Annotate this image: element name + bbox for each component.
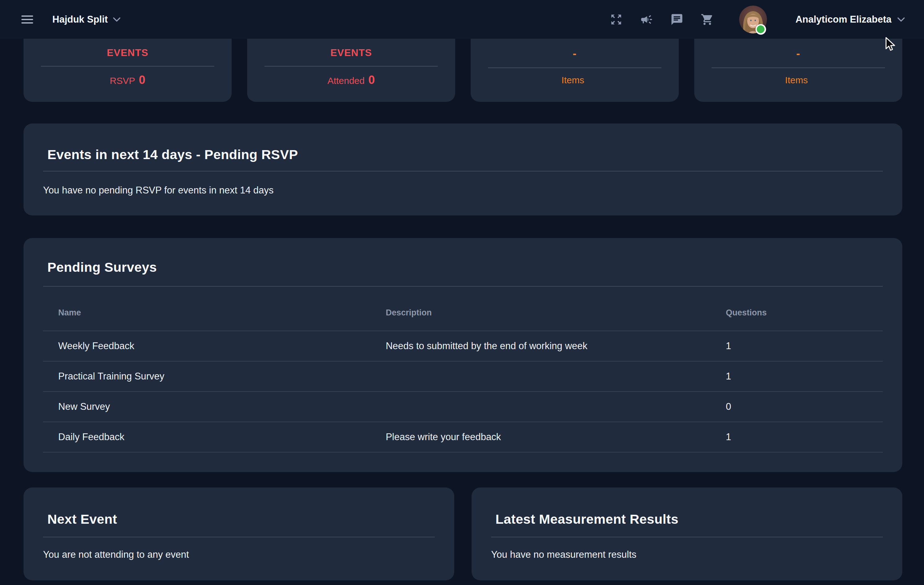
top-bar: Hajduk Split xyxy=(0,0,924,39)
pending-rsvp-card: Events in next 14 days - Pending RSVP Yo… xyxy=(23,124,903,216)
table-row[interactable]: Daily Feedback Please write your feedbac… xyxy=(43,422,883,452)
online-status-badge xyxy=(756,24,766,35)
bottom-cards-row: Next Event You are not attending to any … xyxy=(23,488,903,580)
dashboard: EVENTS RSVP 0 EVENTS Attended 0 - Items xyxy=(0,39,924,580)
user-menu[interactable]: Analyticom Elizabeta xyxy=(795,14,905,25)
next-event-empty-message: You are not attending to any event xyxy=(43,549,435,560)
column-header-description: Description xyxy=(371,287,711,331)
survey-questions: 1 xyxy=(711,422,883,452)
table-row[interactable]: New Survey 0 xyxy=(43,392,883,422)
stat-card-metric-value: 0 xyxy=(368,73,375,87)
next-event-title: Next Event xyxy=(47,488,435,527)
stat-card-events-attended[interactable]: EVENTS Attended 0 xyxy=(247,39,455,102)
stat-card-title: - xyxy=(711,47,885,60)
pending-surveys-table: Name Description Questions Weekly Feedba… xyxy=(43,287,883,453)
stat-card-metric-label: RSVP xyxy=(110,76,135,86)
survey-description: Please write your feedback xyxy=(371,422,711,452)
stat-card-metric-value: 0 xyxy=(139,73,145,87)
team-selector[interactable]: Hajduk Split xyxy=(52,14,121,25)
survey-description xyxy=(371,392,711,422)
stat-card-title: EVENTS xyxy=(264,47,438,58)
divider xyxy=(43,537,435,537)
pending-rsvp-title: Events in next 14 days - Pending RSVP xyxy=(47,124,883,162)
table-header-row: Name Description Questions xyxy=(43,287,883,331)
divider xyxy=(41,66,214,66)
stat-card-items-1[interactable]: - Items xyxy=(471,39,679,102)
announcements-icon[interactable] xyxy=(639,12,654,26)
stat-card-title: EVENTS xyxy=(41,47,214,58)
chevron-down-icon xyxy=(897,17,905,22)
stat-cards-row: EVENTS RSVP 0 EVENTS Attended 0 - Items xyxy=(23,39,903,102)
messages-icon[interactable] xyxy=(670,12,684,26)
survey-questions: 1 xyxy=(711,331,883,361)
table-row[interactable]: Weekly Feedback Needs to submitted by th… xyxy=(43,331,883,361)
stat-card-metric-label: Attended xyxy=(327,76,365,86)
survey-name: Daily Feedback xyxy=(43,422,371,452)
user-avatar[interactable] xyxy=(739,6,767,33)
stat-card-events-rsvp[interactable]: EVENTS RSVP 0 xyxy=(23,39,232,102)
chevron-down-icon xyxy=(113,17,121,22)
pending-surveys-title: Pending Surveys xyxy=(47,238,883,275)
column-header-name: Name xyxy=(43,287,371,331)
cart-icon[interactable] xyxy=(700,12,714,26)
next-event-card: Next Event You are not attending to any … xyxy=(23,488,454,580)
stat-card-metric-label: Items xyxy=(561,75,584,86)
stat-card-title: - xyxy=(488,47,662,60)
stat-card-metric-label: Items xyxy=(785,75,808,86)
survey-description: Needs to submitted by the end of working… xyxy=(371,331,711,361)
user-name: Analyticom Elizabeta xyxy=(795,14,891,25)
divider xyxy=(711,68,885,68)
divider xyxy=(43,171,883,171)
latest-measurements-empty-message: You have no measurement results xyxy=(491,549,883,560)
survey-name: Weekly Feedback xyxy=(43,331,371,361)
divider xyxy=(491,537,883,537)
survey-questions: 0 xyxy=(711,392,883,422)
table-row[interactable]: Practical Training Survey 1 xyxy=(43,361,883,392)
fullscreen-icon[interactable] xyxy=(609,12,623,26)
latest-measurements-title: Latest Measurement Results xyxy=(495,488,883,527)
survey-name: New Survey xyxy=(43,392,371,422)
team-name: Hajduk Split xyxy=(52,14,108,25)
pending-rsvp-empty-message: You have no pending RSVP for events in n… xyxy=(43,185,883,196)
survey-name: Practical Training Survey xyxy=(43,361,371,392)
latest-measurements-card: Latest Measurement Results You have no m… xyxy=(472,488,903,580)
divider xyxy=(488,68,662,68)
divider xyxy=(264,66,438,66)
pending-surveys-card: Pending Surveys Name Description Questio… xyxy=(23,238,903,472)
hamburger-menu-icon[interactable] xyxy=(21,15,33,23)
column-header-questions: Questions xyxy=(711,287,883,331)
stat-card-items-2[interactable]: - Items xyxy=(694,39,903,102)
survey-description xyxy=(371,361,711,392)
survey-questions: 1 xyxy=(711,361,883,392)
